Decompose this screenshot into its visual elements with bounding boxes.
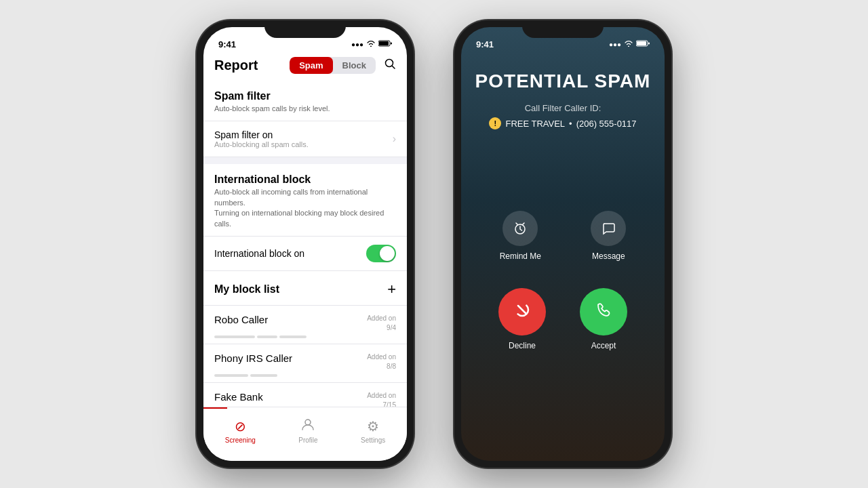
- svg-line-4: [393, 66, 395, 69]
- intl-block-row[interactable]: International block on: [203, 237, 407, 271]
- chevron-icon: ›: [393, 133, 396, 145]
- screening-icon: ⊘: [235, 418, 246, 434]
- accept-button[interactable]: [580, 288, 627, 336]
- message-icon: [591, 211, 626, 246]
- intl-block-warning: Turning on international blocking may bl…: [214, 208, 396, 229]
- search-button[interactable]: [384, 58, 396, 73]
- header-tabs[interactable]: Spam Block: [290, 57, 376, 74]
- accept-wrap: Accept: [580, 288, 627, 350]
- block-item-2-added: Added on: [367, 352, 396, 362]
- header-title: Report: [214, 58, 281, 73]
- profile-label: Profile: [298, 436, 317, 444]
- intl-block-title: International block: [214, 174, 396, 186]
- notch: [264, 20, 346, 38]
- block-item-3-added: Added on: [367, 391, 396, 401]
- caller-id-info: ! FREE TRAVEL • (206) 555-0117: [475, 117, 651, 129]
- spam-filter-row[interactable]: Spam filter on Auto-blocking all spam ca…: [203, 121, 407, 157]
- nav-profile[interactable]: Profile: [298, 418, 317, 444]
- status-icons-1: ●●●: [351, 40, 392, 48]
- battery-icon-2: [636, 40, 650, 48]
- bar: [250, 374, 277, 377]
- block-item-1-name: Robo Caller: [214, 314, 268, 325]
- international-block-section: International block Auto-block all incom…: [203, 164, 407, 237]
- screen-1: 9:41 ●●●: [203, 27, 407, 461]
- decline-label: Decline: [509, 341, 536, 350]
- accept-label: Accept: [591, 341, 616, 350]
- decline-button[interactable]: [498, 288, 546, 336]
- intl-block-row-label: International block on: [214, 248, 304, 259]
- block-item-2-row: Phony IRS Caller Added on 8/8: [214, 352, 396, 371]
- block-item-2-bars: [214, 374, 396, 377]
- profile-icon: [301, 418, 315, 434]
- add-block-button[interactable]: +: [387, 281, 396, 298]
- screen-2: 9:41 ●●●: [461, 27, 665, 461]
- bar: [279, 336, 307, 338]
- call-screen: POTENTIAL SPAM Call Filter Caller ID: ! …: [461, 70, 665, 129]
- intl-block-toggle[interactable]: [366, 245, 396, 262]
- nav-settings[interactable]: ⚙ Settings: [361, 418, 385, 444]
- block-item-2[interactable]: Phony IRS Caller Added on 8/8: [203, 344, 407, 383]
- bar: [257, 336, 277, 338]
- svg-rect-8: [648, 43, 650, 45]
- settings-icon: ⚙: [367, 418, 379, 434]
- intl-block-subtitle: Auto-block all incoming calls from inter…: [214, 187, 396, 208]
- separator-1: [203, 157, 407, 164]
- block-item-1[interactable]: Robo Caller Added on 9/4: [203, 306, 407, 344]
- spam-filter-subtitle: Auto-block spam calls by risk level.: [214, 104, 396, 114]
- warning-icon: !: [489, 117, 501, 129]
- decline-wrap: Decline: [498, 288, 546, 350]
- svg-rect-1: [379, 41, 389, 45]
- signal-icon-2: ●●●: [609, 41, 621, 48]
- my-block-list-header: My block list +: [203, 271, 407, 306]
- spam-filter-row-content: Spam filter on Auto-blocking all spam ca…: [214, 129, 309, 148]
- caller-number: (206) 555-0117: [576, 119, 637, 129]
- bar: [214, 336, 255, 338]
- message-label: Message: [592, 251, 625, 261]
- block-item-1-date-wrap: Added on 9/4: [367, 314, 396, 333]
- tab-block[interactable]: Block: [333, 57, 376, 74]
- block-item-2-date-wrap: Added on 8/8: [367, 352, 396, 371]
- nav-screening[interactable]: ⊘ Screening: [225, 418, 256, 444]
- spam-filter-row-sublabel: Auto-blocking all spam calls.: [214, 140, 309, 148]
- caller-id-title: Call Filter Caller ID:: [475, 103, 651, 113]
- caller-name: FREE TRAVEL: [505, 119, 565, 129]
- call-buttons: Decline Accept: [461, 274, 665, 364]
- svg-rect-7: [637, 41, 646, 45]
- bottom-nav: ⊘ Screening Profile ⚙ Settings: [203, 407, 407, 461]
- wifi-icon-2: [624, 40, 633, 48]
- caller-id-section: Call Filter Caller ID: ! FREE TRAVEL • (…: [475, 103, 651, 129]
- accept-icon: [594, 300, 613, 323]
- spam-filter-section: Spam filter Auto-block spam calls by ris…: [203, 81, 407, 121]
- svg-rect-2: [391, 43, 392, 45]
- block-item-1-date: 9/4: [367, 323, 396, 333]
- phone-2: 9:41 ●●●: [454, 20, 671, 468]
- settings-label: Settings: [361, 436, 385, 444]
- signal-icon: ●●●: [351, 41, 363, 48]
- spam-label: POTENTIAL SPAM: [475, 70, 651, 92]
- app-header: Report Spam Block: [203, 57, 407, 81]
- spam-filter-title: Spam filter: [214, 90, 396, 102]
- battery-icon: [378, 40, 392, 48]
- status-time-2: 9:41: [476, 39, 494, 49]
- block-item-1-row: Robo Caller Added on 9/4: [214, 314, 396, 333]
- wifi-icon: [366, 40, 376, 48]
- active-indicator: [203, 407, 227, 409]
- remind-me-label: Remind Me: [500, 251, 541, 261]
- remind-me-icon: [502, 211, 538, 246]
- message-button[interactable]: Message: [591, 211, 626, 261]
- phone-1: 9:41 ●●●: [197, 20, 414, 468]
- call-actions: Remind Me Message: [461, 211, 665, 261]
- screening-label: Screening: [225, 436, 256, 444]
- tab-spam[interactable]: Spam: [290, 57, 332, 74]
- status-icons-2: ●●●: [609, 40, 650, 48]
- block-item-1-bars: [214, 336, 396, 338]
- decline-icon: [513, 300, 532, 323]
- status-time-1: 9:41: [218, 39, 236, 49]
- svg-point-3: [386, 60, 393, 67]
- block-item-2-date: 8/8: [367, 362, 396, 371]
- bar: [214, 374, 248, 377]
- block-list-title: My block list: [214, 283, 279, 296]
- svg-line-10: [518, 306, 526, 314]
- remind-me-button[interactable]: Remind Me: [500, 211, 541, 261]
- block-item-1-added: Added on: [367, 314, 396, 323]
